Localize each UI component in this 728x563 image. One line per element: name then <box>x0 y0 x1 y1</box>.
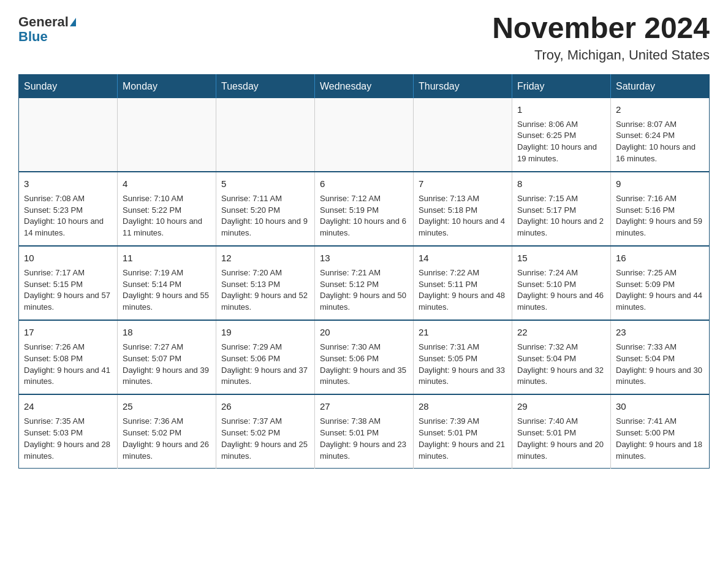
day-info: Sunrise: 7:30 AM Sunset: 5:06 PM Dayligh… <box>320 342 408 388</box>
day-number: 20 <box>320 326 408 339</box>
day-info: Sunrise: 7:37 AM Sunset: 5:02 PM Dayligh… <box>221 416 309 462</box>
calendar-cell: 12Sunrise: 7:20 AM Sunset: 5:13 PM Dayli… <box>216 246 315 320</box>
day-info: Sunrise: 7:26 AM Sunset: 5:08 PM Dayligh… <box>24 342 112 388</box>
calendar-cell: 15Sunrise: 7:24 AM Sunset: 5:10 PM Dayli… <box>512 246 611 320</box>
day-number: 3 <box>24 177 112 191</box>
calendar-body: 1Sunrise: 8:06 AM Sunset: 6:25 PM Daylig… <box>19 98 710 469</box>
day-number: 6 <box>320 177 408 191</box>
day-info: Sunrise: 7:15 AM Sunset: 5:17 PM Dayligh… <box>517 193 605 239</box>
day-number: 29 <box>517 400 605 413</box>
day-info: Sunrise: 7:40 AM Sunset: 5:01 PM Dayligh… <box>517 416 605 462</box>
day-info: Sunrise: 7:35 AM Sunset: 5:03 PM Dayligh… <box>24 416 112 462</box>
day-info: Sunrise: 8:06 AM Sunset: 6:25 PM Dayligh… <box>517 119 605 165</box>
weekday-header-sunday: Sunday <box>19 74 118 98</box>
calendar-table: SundayMondayTuesdayWednesdayThursdayFrid… <box>18 74 710 469</box>
calendar-cell: 5Sunrise: 7:11 AM Sunset: 5:20 PM Daylig… <box>216 172 315 246</box>
day-number: 27 <box>320 400 408 413</box>
calendar-cell: 24Sunrise: 7:35 AM Sunset: 5:03 PM Dayli… <box>19 394 118 469</box>
logo-text-blue: Blue <box>18 29 48 44</box>
calendar-cell: 25Sunrise: 7:36 AM Sunset: 5:02 PM Dayli… <box>118 394 216 469</box>
calendar-cell <box>315 98 414 172</box>
weekday-header-tuesday: Tuesday <box>216 74 315 98</box>
day-number: 4 <box>123 177 211 191</box>
day-number: 11 <box>123 251 211 265</box>
week-row-4: 17Sunrise: 7:26 AM Sunset: 5:08 PM Dayli… <box>19 320 710 394</box>
day-info: Sunrise: 7:10 AM Sunset: 5:22 PM Dayligh… <box>123 193 211 239</box>
calendar-cell: 4Sunrise: 7:10 AM Sunset: 5:22 PM Daylig… <box>118 172 216 246</box>
day-number: 23 <box>616 326 704 339</box>
day-info: Sunrise: 7:08 AM Sunset: 5:23 PM Dayligh… <box>24 193 112 239</box>
calendar-cell: 19Sunrise: 7:29 AM Sunset: 5:06 PM Dayli… <box>216 320 315 394</box>
day-info: Sunrise: 7:33 AM Sunset: 5:04 PM Dayligh… <box>616 342 704 388</box>
day-info: Sunrise: 7:12 AM Sunset: 5:19 PM Dayligh… <box>320 193 408 239</box>
day-number: 7 <box>419 177 507 191</box>
day-number: 15 <box>517 251 605 265</box>
day-number: 10 <box>24 251 112 265</box>
calendar-cell: 2Sunrise: 8:07 AM Sunset: 6:24 PM Daylig… <box>611 98 710 172</box>
calendar-cell: 23Sunrise: 7:33 AM Sunset: 5:04 PM Dayli… <box>611 320 710 394</box>
calendar-cell: 29Sunrise: 7:40 AM Sunset: 5:01 PM Dayli… <box>512 394 611 469</box>
calendar-cell <box>216 98 315 172</box>
day-info: Sunrise: 7:24 AM Sunset: 5:10 PM Dayligh… <box>517 267 605 313</box>
weekday-header-saturday: Saturday <box>611 74 710 98</box>
day-number: 19 <box>221 326 309 339</box>
calendar-cell <box>19 98 118 172</box>
day-info: Sunrise: 7:13 AM Sunset: 5:18 PM Dayligh… <box>419 193 507 239</box>
weekday-header-friday: Friday <box>512 74 611 98</box>
day-info: Sunrise: 7:20 AM Sunset: 5:13 PM Dayligh… <box>221 267 309 313</box>
day-number: 2 <box>616 103 704 117</box>
calendar-cell: 21Sunrise: 7:31 AM Sunset: 5:05 PM Dayli… <box>414 320 512 394</box>
week-row-5: 24Sunrise: 7:35 AM Sunset: 5:03 PM Dayli… <box>19 394 710 469</box>
calendar-cell: 1Sunrise: 8:06 AM Sunset: 6:25 PM Daylig… <box>512 98 611 172</box>
logo-triangle-icon <box>70 18 76 26</box>
logo-text-general: General <box>18 15 69 29</box>
calendar-cell: 7Sunrise: 7:13 AM Sunset: 5:18 PM Daylig… <box>414 172 512 246</box>
page-header: General Blue November 2024 Troy, Michiga… <box>18 12 710 63</box>
day-number: 24 <box>24 400 112 413</box>
week-row-3: 10Sunrise: 7:17 AM Sunset: 5:15 PM Dayli… <box>19 246 710 320</box>
day-number: 12 <box>221 251 309 265</box>
day-info: Sunrise: 7:29 AM Sunset: 5:06 PM Dayligh… <box>221 342 309 388</box>
calendar-cell <box>414 98 512 172</box>
day-number: 28 <box>419 400 507 413</box>
calendar-cell: 14Sunrise: 7:22 AM Sunset: 5:11 PM Dayli… <box>414 246 512 320</box>
week-row-2: 3Sunrise: 7:08 AM Sunset: 5:23 PM Daylig… <box>19 172 710 246</box>
day-info: Sunrise: 7:36 AM Sunset: 5:02 PM Dayligh… <box>123 416 211 462</box>
calendar-subtitle: Troy, Michigan, United States <box>492 47 710 63</box>
calendar-cell: 27Sunrise: 7:38 AM Sunset: 5:01 PM Dayli… <box>315 394 414 469</box>
calendar-cell: 20Sunrise: 7:30 AM Sunset: 5:06 PM Dayli… <box>315 320 414 394</box>
day-info: Sunrise: 7:38 AM Sunset: 5:01 PM Dayligh… <box>320 416 408 462</box>
day-info: Sunrise: 8:07 AM Sunset: 6:24 PM Dayligh… <box>616 119 704 165</box>
day-number: 22 <box>517 326 605 339</box>
day-number: 18 <box>123 326 211 339</box>
calendar-cell: 6Sunrise: 7:12 AM Sunset: 5:19 PM Daylig… <box>315 172 414 246</box>
day-info: Sunrise: 7:25 AM Sunset: 5:09 PM Dayligh… <box>616 267 704 313</box>
day-number: 9 <box>616 177 704 191</box>
calendar-cell: 8Sunrise: 7:15 AM Sunset: 5:17 PM Daylig… <box>512 172 611 246</box>
calendar-header: SundayMondayTuesdayWednesdayThursdayFrid… <box>19 74 710 98</box>
calendar-cell: 17Sunrise: 7:26 AM Sunset: 5:08 PM Dayli… <box>19 320 118 394</box>
calendar-title: November 2024 <box>492 12 710 45</box>
calendar-cell <box>118 98 216 172</box>
calendar-cell: 28Sunrise: 7:39 AM Sunset: 5:01 PM Dayli… <box>414 394 512 469</box>
calendar-cell: 30Sunrise: 7:41 AM Sunset: 5:00 PM Dayli… <box>611 394 710 469</box>
day-number: 25 <box>123 400 211 413</box>
day-number: 1 <box>517 103 605 117</box>
day-number: 16 <box>616 251 704 265</box>
weekday-header-wednesday: Wednesday <box>315 74 414 98</box>
day-number: 13 <box>320 251 408 265</box>
day-number: 26 <box>221 400 309 413</box>
day-number: 5 <box>221 177 309 191</box>
calendar-cell: 10Sunrise: 7:17 AM Sunset: 5:15 PM Dayli… <box>19 246 118 320</box>
calendar-cell: 18Sunrise: 7:27 AM Sunset: 5:07 PM Dayli… <box>118 320 216 394</box>
week-row-1: 1Sunrise: 8:06 AM Sunset: 6:25 PM Daylig… <box>19 98 710 172</box>
calendar-cell: 22Sunrise: 7:32 AM Sunset: 5:04 PM Dayli… <box>512 320 611 394</box>
day-info: Sunrise: 7:17 AM Sunset: 5:15 PM Dayligh… <box>24 267 112 313</box>
weekday-header-thursday: Thursday <box>414 74 512 98</box>
day-info: Sunrise: 7:31 AM Sunset: 5:05 PM Dayligh… <box>419 342 507 388</box>
day-info: Sunrise: 7:16 AM Sunset: 5:16 PM Dayligh… <box>616 193 704 239</box>
calendar-cell: 3Sunrise: 7:08 AM Sunset: 5:23 PM Daylig… <box>19 172 118 246</box>
day-info: Sunrise: 7:22 AM Sunset: 5:11 PM Dayligh… <box>419 267 507 313</box>
day-number: 17 <box>24 326 112 339</box>
day-info: Sunrise: 7:27 AM Sunset: 5:07 PM Dayligh… <box>123 342 211 388</box>
